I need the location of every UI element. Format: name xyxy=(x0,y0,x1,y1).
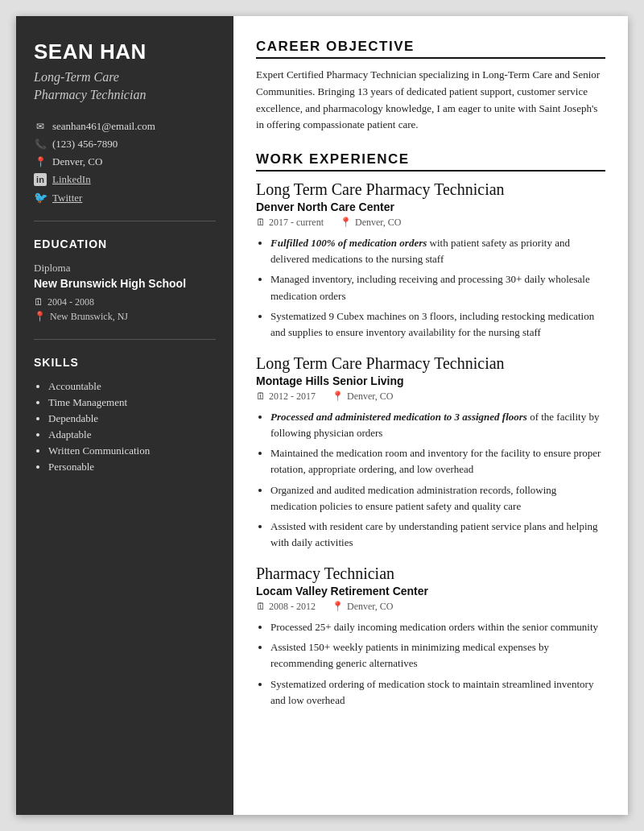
job-years-3: 🗓 2008 - 2012 xyxy=(256,601,316,613)
education-section: EDUCATION Diploma New Brunswick High Sch… xyxy=(34,238,216,322)
career-objective-text: Expert Certified Pharmacy Technician spe… xyxy=(256,67,605,134)
job-meta-2: 🗓 2012 - 2017 📍 Denver, CO xyxy=(256,391,605,403)
sidebar: SEAN HAN Long-Term CarePharmacy Technici… xyxy=(16,16,233,815)
candidate-name: SEAN HAN xyxy=(34,40,216,64)
edu-degree: Diploma xyxy=(34,262,216,275)
bullet-2-3: Organized and audited medication adminis… xyxy=(270,482,605,515)
contact-section: ✉ seanhan461@email.com 📞 (123) 456-7890 … xyxy=(34,120,216,205)
bullet-1-3: Systematized 9 Cubex machines on 3 floor… xyxy=(270,308,605,341)
job-block-3: Pharmacy Technician Locam Valley Retirem… xyxy=(256,564,605,709)
job-bullets-3: Processed 25+ daily incoming medication … xyxy=(256,619,605,709)
job-title-2: Long Term Care Pharmacy Technician xyxy=(256,353,605,373)
twitter-icon: 🐦 xyxy=(34,191,47,205)
job-location-3: 📍 Denver, CO xyxy=(332,601,394,613)
calendar-icon: 🗓 xyxy=(256,217,266,229)
job-bullets-2: Processed and administered medication to… xyxy=(256,409,605,551)
edu-location: 📍 New Brunswick, NJ xyxy=(34,311,216,323)
bullet-2-1: Processed and administered medication to… xyxy=(270,409,605,441)
bullet-bold-2-1: Processed and administered medication to… xyxy=(270,411,527,423)
job-meta-3: 🗓 2008 - 2012 📍 Denver, CO xyxy=(256,601,605,613)
contact-twitter[interactable]: 🐦 Twitter xyxy=(34,191,216,205)
contact-location: 📍 Denver, CO xyxy=(34,155,216,168)
bullet-1-1: Fulfilled 100% of medication orders with… xyxy=(270,235,605,267)
bullet-3-3: Systematized ordering of medication stoc… xyxy=(270,676,605,709)
career-objective-title: CAREER OBJECTIVE xyxy=(256,39,605,59)
skill-item: Personable xyxy=(48,461,216,473)
skill-item: Dependable xyxy=(48,412,216,425)
job-years-1: 🗓 2017 - current xyxy=(256,217,324,229)
job-years-2: 🗓 2012 - 2017 xyxy=(256,391,316,403)
contact-linkedin[interactable]: in LinkedIn xyxy=(34,173,216,186)
job-location-1: 📍 Denver, CO xyxy=(340,217,402,229)
resume-container: SEAN HAN Long-Term CarePharmacy Technici… xyxy=(16,16,628,815)
job-block-1: Long Term Care Pharmacy Technician Denve… xyxy=(256,180,605,341)
calendar-icon: 🗓 xyxy=(256,601,266,613)
skills-list: Accountable Time Management Dependable A… xyxy=(34,380,216,473)
job-company-1: Denver North Care Center xyxy=(256,201,605,213)
linkedin-icon: in xyxy=(34,173,47,186)
main-content: CAREER OBJECTIVE Expert Certified Pharma… xyxy=(233,16,628,815)
candidate-title: Long-Term CarePharmacy Technician xyxy=(34,68,216,105)
skill-item: Accountable xyxy=(48,380,216,393)
job-company-2: Montage Hills Senior Living xyxy=(256,374,605,387)
edu-school: New Brunswick High School xyxy=(34,276,216,291)
phone-icon: 📞 xyxy=(34,138,47,151)
job-block-2: Long Term Care Pharmacy Technician Monta… xyxy=(256,353,605,551)
edu-years: 🗓 2004 - 2008 xyxy=(34,296,216,308)
job-title-3: Pharmacy Technician xyxy=(256,564,605,583)
bullet-3-2: Assisted 150+ weekly patients in minimiz… xyxy=(270,639,605,672)
bullet-2-4: Assisted with resident care by understan… xyxy=(270,519,605,551)
contact-phone: 📞 (123) 456-7890 xyxy=(34,138,216,151)
edu-calendar-icon: 🗓 xyxy=(34,296,43,308)
career-objective-section: CAREER OBJECTIVE Expert Certified Pharma… xyxy=(256,39,605,134)
job-bullets-1: Fulfilled 100% of medication orders with… xyxy=(256,235,605,341)
skills-title: SKILLS xyxy=(34,356,216,369)
job-company-3: Locam Valley Retirement Center xyxy=(256,585,605,597)
skill-item: Written Communication xyxy=(48,444,216,457)
calendar-icon: 🗓 xyxy=(256,391,266,403)
bullet-3-1: Processed 25+ daily incoming medication … xyxy=(270,619,605,635)
twitter-link[interactable]: Twitter xyxy=(52,192,82,205)
location-icon: 📍 xyxy=(340,217,352,229)
email-icon: ✉ xyxy=(34,121,47,133)
work-experience-title: WORK EXPERIENCE xyxy=(256,151,605,172)
job-title-1: Long Term Care Pharmacy Technician xyxy=(256,180,605,199)
location-icon: 📍 xyxy=(332,391,344,403)
skill-item: Adaptable xyxy=(48,428,216,441)
bullet-bold-1-1: Fulfilled 100% of medication orders xyxy=(270,237,427,249)
job-meta-1: 🗓 2017 - current 📍 Denver, CO xyxy=(256,217,605,229)
location-icon: 📍 xyxy=(332,601,344,613)
edu-location-icon: 📍 xyxy=(34,311,46,323)
job-location-2: 📍 Denver, CO xyxy=(332,391,394,403)
skills-section: SKILLS Accountable Time Management Depen… xyxy=(34,356,216,473)
bullet-2-2: Maintained the medication room and inven… xyxy=(270,445,605,478)
contact-email: ✉ seanhan461@email.com xyxy=(34,120,216,133)
linkedin-link[interactable]: LinkedIn xyxy=(52,173,91,186)
work-experience-section: WORK EXPERIENCE Long Term Care Pharmacy … xyxy=(256,151,605,709)
location-icon: 📍 xyxy=(34,156,47,168)
education-title: EDUCATION xyxy=(34,238,216,250)
skill-item: Time Management xyxy=(48,396,216,409)
bullet-1-2: Managed inventory, including receiving a… xyxy=(270,271,605,304)
